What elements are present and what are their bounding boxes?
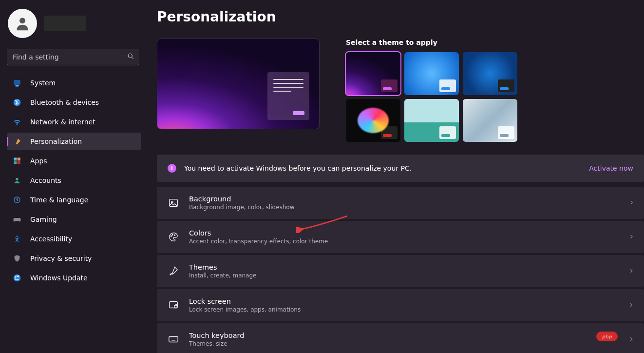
sidebar-item-accounts[interactable]: Accounts	[7, 172, 141, 189]
keyboard-icon	[168, 333, 179, 345]
svg-line-2	[132, 57, 133, 59]
update-icon	[13, 274, 21, 282]
apps-icon	[13, 157, 21, 165]
svg-point-10	[16, 178, 18, 180]
chevron-right-icon	[628, 233, 634, 242]
svg-rect-4	[16, 85, 19, 86]
current-theme-preview	[157, 39, 320, 129]
theme-tile[interactable]	[463, 52, 517, 95]
option-colors[interactable]: ColorsAccent color, transparency effects…	[157, 221, 644, 253]
profile-block[interactable]	[7, 7, 141, 49]
nav-label: Accessibility	[30, 235, 72, 243]
option-desc: Themes, size	[189, 340, 244, 347]
info-icon: i	[168, 164, 176, 173]
svg-rect-7	[18, 157, 20, 160]
option-title: Themes	[189, 263, 256, 271]
theme-tile[interactable]	[346, 52, 400, 95]
brush-icon	[168, 265, 179, 277]
picture-icon	[168, 197, 179, 209]
activate-now-link[interactable]: Activate now	[589, 164, 633, 172]
theme-preview-row: Select a theme to apply	[157, 39, 644, 142]
user-name-redacted	[44, 16, 86, 31]
sidebar-item-time-language[interactable]: Time & language	[7, 191, 141, 209]
option-themes[interactable]: ThemesInstall, create, manage	[157, 255, 644, 287]
sidebar: System Bluetooth & devices Network & int…	[0, 0, 146, 353]
personalization-options: BackgroundBackground image, color, slide…	[157, 187, 644, 353]
option-background[interactable]: BackgroundBackground image, color, slide…	[157, 187, 644, 219]
option-touch-keyboard[interactable]: Touch keyboardThemes, size	[157, 323, 644, 353]
main-content: Personalization Select a theme to apply …	[146, 0, 644, 353]
option-desc: Background image, color, slideshow	[189, 204, 295, 211]
nav-label: Bluetooth & devices	[30, 98, 99, 106]
svg-point-13	[17, 235, 18, 237]
search-icon[interactable]	[127, 53, 134, 61]
chevron-right-icon	[628, 301, 634, 310]
nav-list: System Bluetooth & devices Network & int…	[7, 74, 141, 287]
option-lock-screen[interactable]: Lock screenLock screen images, apps, ani…	[157, 289, 644, 321]
bluetooth-icon	[13, 98, 21, 107]
svg-rect-20	[170, 302, 178, 308]
sidebar-item-bluetooth[interactable]: Bluetooth & devices	[7, 94, 141, 111]
nav-label: Gaming	[30, 216, 57, 223]
option-desc: Accent color, transparency effects, colo…	[189, 238, 328, 245]
option-desc: Lock screen images, apps, animations	[189, 306, 301, 313]
sidebar-item-network[interactable]: Network & internet	[7, 113, 141, 131]
nav-label: System	[30, 79, 56, 87]
page-title: Personalization	[157, 9, 644, 25]
activation-banner: i You need to activate Windows before yo…	[157, 155, 644, 182]
svg-point-19	[174, 235, 175, 235]
preview-mini-window	[267, 72, 309, 120]
search-field[interactable]	[7, 49, 139, 65]
nav-label: Apps	[30, 157, 47, 165]
nav-label: Accounts	[30, 176, 61, 184]
option-title: Touch keyboard	[189, 332, 244, 339]
sidebar-item-accessibility[interactable]: Accessibility	[7, 230, 141, 248]
nav-label: Privacy & security	[30, 255, 92, 262]
nav-label: Personalization	[30, 137, 82, 145]
palette-icon	[168, 231, 179, 243]
activation-message: You need to activate Windows before you …	[184, 164, 412, 172]
theme-selector-label: Select a theme to apply	[346, 39, 517, 46]
sidebar-item-apps[interactable]: Apps	[7, 152, 141, 170]
svg-rect-22	[169, 337, 178, 342]
sidebar-item-privacy[interactable]: Privacy & security	[7, 250, 141, 267]
svg-point-14	[14, 275, 21, 282]
gaming-icon	[13, 215, 21, 224]
sidebar-item-personalization[interactable]: Personalization	[7, 133, 141, 150]
sidebar-item-system[interactable]: System	[7, 74, 141, 92]
option-desc: Install, create, manage	[189, 272, 256, 279]
theme-tile[interactable]	[346, 99, 400, 142]
avatar	[8, 9, 37, 38]
sidebar-item-windows-update[interactable]: Windows Update	[7, 269, 141, 287]
wifi-icon	[13, 118, 21, 126]
clock-icon	[13, 196, 21, 204]
svg-point-18	[172, 235, 173, 235]
theme-tile[interactable]	[404, 52, 459, 95]
svg-point-0	[19, 18, 25, 23]
svg-point-1	[128, 54, 132, 58]
accounts-icon	[13, 176, 21, 185]
svg-rect-9	[18, 161, 20, 164]
chevron-right-icon	[628, 335, 634, 344]
chevron-right-icon	[628, 198, 634, 208]
option-title: Background	[189, 195, 295, 203]
svg-rect-8	[14, 161, 17, 164]
paintbrush-icon	[13, 137, 21, 146]
nav-label: Network & internet	[30, 118, 95, 126]
sidebar-item-gaming[interactable]: Gaming	[7, 211, 141, 228]
theme-tile[interactable]	[463, 99, 517, 142]
svg-point-5	[14, 99, 21, 106]
accessibility-icon	[13, 235, 21, 243]
option-title: Lock screen	[189, 297, 301, 305]
system-icon	[13, 78, 21, 87]
svg-rect-21	[174, 305, 177, 308]
option-title: Colors	[189, 229, 328, 237]
shield-icon	[13, 254, 21, 263]
svg-rect-6	[14, 157, 17, 160]
theme-tile[interactable]	[404, 99, 459, 142]
svg-point-17	[171, 235, 172, 236]
svg-rect-3	[14, 80, 20, 85]
theme-grid	[346, 52, 517, 142]
search-input[interactable]	[7, 49, 139, 65]
php-badge: php	[596, 332, 618, 341]
